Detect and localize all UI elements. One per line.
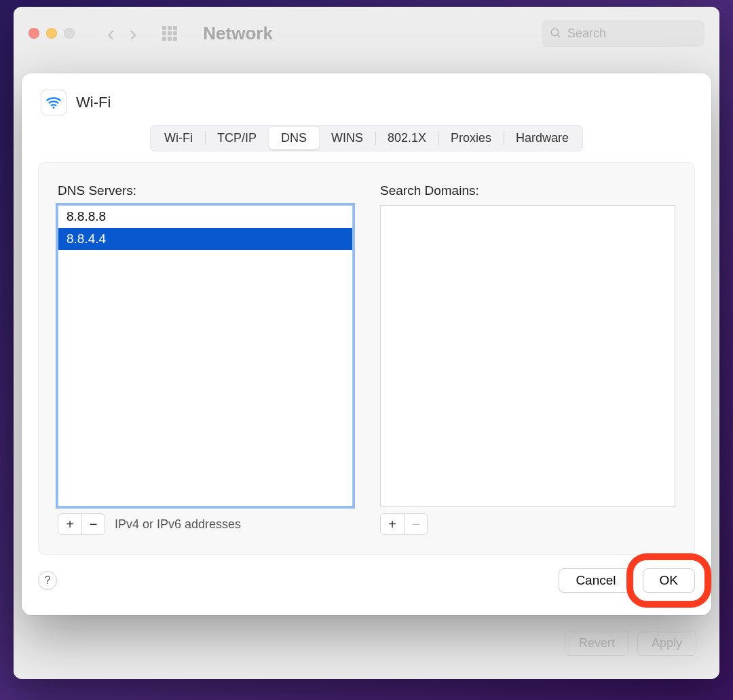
advanced-sheet: Wi-Fi Wi-FiTCP/IPDNSWINS802.1XProxiesHar… <box>22 73 711 615</box>
dns-panel: DNS Servers: 8.8.8.88.8.4.4 + − IPv4 or … <box>38 162 695 555</box>
wifi-icon <box>41 90 67 115</box>
sheet-footer: ? Cancel OK <box>38 568 695 593</box>
tab-group: Wi-FiTCP/IPDNSWINS802.1XProxiesHardware <box>150 125 583 151</box>
dns-servers-column: DNS Servers: 8.8.8.88.8.4.4 + − IPv4 or … <box>58 183 353 535</box>
dns-add-button[interactable]: + <box>58 514 81 534</box>
help-button[interactable]: ? <box>38 571 57 590</box>
tab-802-1x[interactable]: 802.1X <box>375 127 438 149</box>
search-domains-column: Search Domains: + − <box>380 183 675 535</box>
svg-point-2 <box>52 107 54 109</box>
cancel-button[interactable]: Cancel <box>559 568 633 593</box>
tab-tcp-ip[interactable]: TCP/IP <box>205 127 269 149</box>
ok-button[interactable]: OK <box>643 568 695 593</box>
tab-dns[interactable]: DNS <box>269 127 319 149</box>
dns-remove-button[interactable]: − <box>81 514 105 534</box>
dns-server-row[interactable]: 8.8.8.8 <box>58 206 352 228</box>
tab-wins[interactable]: WINS <box>319 127 375 149</box>
dns-add-remove: + − <box>58 513 105 535</box>
search-domains-list[interactable] <box>380 205 675 506</box>
dns-server-row[interactable]: 8.8.4.4 <box>58 228 352 251</box>
sheet-title: Wi-Fi <box>76 94 111 111</box>
tab-proxies[interactable]: Proxies <box>438 127 504 149</box>
dns-servers-label: DNS Servers: <box>58 183 353 198</box>
tab-wi-fi[interactable]: Wi-Fi <box>152 127 205 149</box>
sheet-header: Wi-Fi <box>38 90 695 115</box>
domain-add-button[interactable]: + <box>381 514 404 534</box>
dns-servers-list[interactable]: 8.8.8.88.8.4.4 <box>58 205 353 506</box>
domain-remove-button[interactable]: − <box>404 514 427 534</box>
dns-hint: IPv4 or IPv6 addresses <box>115 517 241 532</box>
domain-add-remove: + − <box>380 513 428 535</box>
tab-hardware[interactable]: Hardware <box>504 127 581 149</box>
search-domains-label: Search Domains: <box>380 183 675 198</box>
